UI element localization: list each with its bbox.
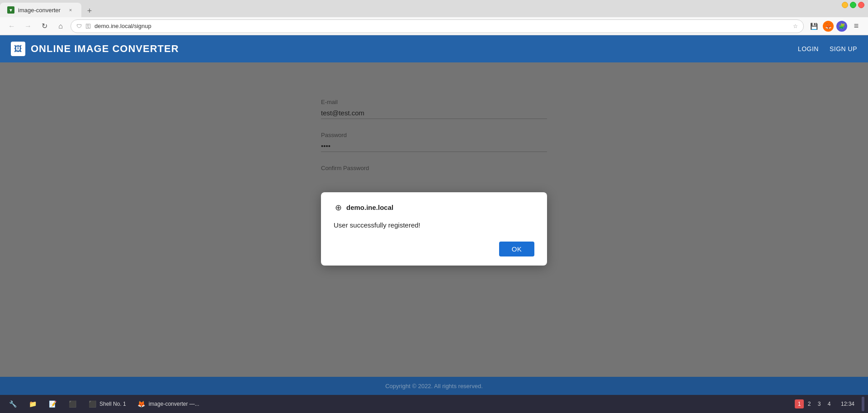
signup-link[interactable]: SIGN UP — [830, 45, 857, 52]
workspace-2[interactable]: 2 — [805, 399, 814, 408]
forward-button[interactable]: → — [22, 20, 34, 33]
tab-close-button[interactable]: × — [67, 6, 74, 14]
browser-chrome: ▼ image-converter × + ← → ↻ ⌂ 🛡 ⚿ demo.i… — [0, 0, 868, 35]
workspace-4[interactable]: 4 — [825, 399, 834, 408]
shell-icon: ⬛ — [88, 399, 97, 408]
taskbar-firefox[interactable]: 🦊 image-converter —... — [132, 397, 204, 411]
browser-actions: 💾 🦊 🧩 ≡ — [807, 20, 863, 33]
extensions-button[interactable]: 🧩 — [836, 21, 847, 32]
workspace-3[interactable]: 3 — [815, 399, 824, 408]
page-body: E-mail Password Confirm Password ⊕ demo.… — [0, 62, 868, 395]
dialog-message: User successfully registered! — [334, 221, 534, 229]
dialog-domain: demo.ine.local — [346, 204, 393, 211]
taskbar-wrench[interactable]: 🔧 — [4, 397, 22, 411]
taskbar-corner[interactable] — [862, 397, 864, 411]
window-controls — [842, 2, 864, 8]
files-icon: 📁 — [28, 399, 37, 408]
app-logo: 🖼 ONLINE IMAGE CONVERTER — [11, 42, 179, 56]
url-bar[interactable]: 🛡 ⚿ demo.ine.local/signup ☆ — [71, 19, 804, 33]
back-button[interactable]: ← — [5, 20, 18, 33]
tab-title: image-converter — [18, 7, 61, 14]
url-text: demo.ine.local/signup — [94, 23, 789, 29]
taskbar-shell[interactable]: ⬛ Shell No. 1 — [83, 397, 131, 411]
wrench-icon: 🔧 — [8, 399, 17, 408]
app-header: 🖼 ONLINE IMAGE CONVERTER LOGIN SIGN UP — [0, 35, 868, 62]
bookmark-star-icon[interactable]: ☆ — [793, 23, 798, 29]
maximize-button[interactable] — [850, 2, 856, 8]
home-button[interactable]: ⌂ — [54, 20, 67, 33]
workspace-1[interactable]: 1 — [795, 399, 804, 408]
app-title: ONLINE IMAGE CONVERTER — [31, 43, 179, 55]
security-shield-icon: 🛡 — [76, 23, 82, 29]
workspace-switcher: 1 2 3 4 — [795, 399, 834, 408]
security-key-icon: ⚿ — [85, 23, 91, 29]
pocket-button[interactable]: 💾 — [807, 20, 820, 33]
app-nav: LOGIN SIGN UP — [798, 45, 857, 52]
tab-favicon: ▼ — [7, 6, 14, 14]
minimize-button[interactable] — [842, 2, 848, 8]
shell-label: Shell No. 1 — [99, 401, 126, 407]
taskbar-right: 1 2 3 4 12:34 — [795, 397, 864, 411]
taskbar-terminal-icon[interactable]: ⬛ — [63, 397, 81, 411]
page-wrapper: 🖼 ONLINE IMAGE CONVERTER LOGIN SIGN UP E… — [0, 35, 868, 395]
firefox-avatar[interactable]: 🦊 — [823, 21, 834, 32]
new-tab-button[interactable]: + — [83, 5, 96, 17]
close-button[interactable] — [858, 2, 864, 8]
tab-bar: ▼ image-converter × + — [0, 0, 868, 17]
globe-icon: ⊕ — [334, 203, 343, 212]
dialog-ok-button[interactable]: OK — [499, 242, 534, 256]
dialog-overlay: ⊕ demo.ine.local User successfully regis… — [0, 62, 868, 395]
refresh-button[interactable]: ↻ — [38, 20, 51, 33]
dialog-header: ⊕ demo.ine.local — [334, 203, 534, 212]
dialog-actions: OK — [334, 242, 534, 256]
logo-icon: 🖼 — [11, 42, 25, 56]
taskbar: 🔧 📁 📝 ⬛ ⬛ Shell No. 1 🦊 image-converter … — [0, 395, 868, 413]
taskbar-files[interactable]: 📁 — [24, 397, 42, 411]
taskbar-editor[interactable]: 📝 — [43, 397, 61, 411]
menu-button[interactable]: ≡ — [850, 20, 863, 33]
editor-icon: 📝 — [48, 399, 57, 408]
dialog-box: ⊕ demo.ine.local User successfully regis… — [321, 192, 547, 266]
firefox-taskbar-icon: 🦊 — [137, 399, 146, 408]
terminal-icon: ⬛ — [68, 399, 77, 408]
firefox-label: image-converter —... — [149, 401, 199, 407]
login-link[interactable]: LOGIN — [798, 45, 819, 52]
active-tab[interactable]: ▼ image-converter × — [0, 3, 81, 17]
taskbar-clock: 12:34 — [837, 401, 858, 407]
address-bar: ← → ↻ ⌂ 🛡 ⚿ demo.ine.local/signup ☆ 💾 🦊 … — [0, 17, 868, 35]
